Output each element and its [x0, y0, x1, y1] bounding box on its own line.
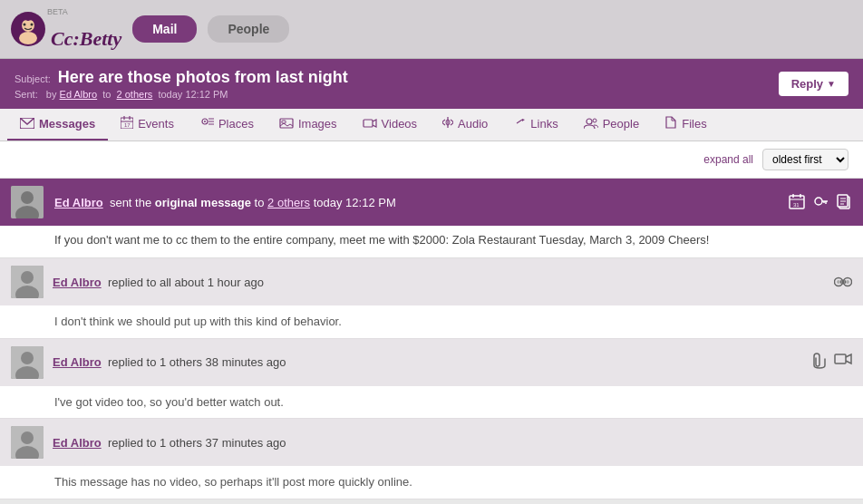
svg-rect-52 — [835, 354, 846, 363]
key-icon[interactable] — [812, 193, 829, 212]
tab-images-label: Images — [298, 117, 337, 131]
video-icon[interactable] — [834, 353, 852, 372]
messages-container: Ed Albro sent the original message to 2 … — [0, 179, 863, 499]
reply-2-body: I've got video too, so you'd better watc… — [0, 386, 863, 419]
tab-events-label: Events — [138, 117, 174, 131]
recipients-link[interactable]: 2 others — [117, 89, 153, 100]
svg-point-47 — [837, 280, 840, 284]
svg-point-50 — [21, 352, 34, 364]
beta-label: BETA — [47, 7, 68, 16]
subject-line: Subject: Here are those photos from last… — [15, 68, 348, 87]
reply-dropdown-arrow: ▼ — [827, 79, 836, 89]
svg-point-48 — [846, 280, 849, 284]
svg-marker-20 — [522, 119, 525, 121]
original-recipients-link[interactable]: 2 others — [267, 196, 310, 209]
email-meta: Subject: Here are those photos from last… — [15, 68, 348, 100]
original-sender-link[interactable]: Ed Albro — [54, 196, 103, 209]
sort-select[interactable]: oldest first newest first — [762, 149, 848, 170]
tab-people-label: People — [603, 117, 639, 131]
app-header: BETA Cc:Betty Mail People — [0, 0, 863, 59]
reply-label: Reply — [791, 77, 823, 91]
svg-point-31 — [815, 198, 822, 205]
email-header: Subject: Here are those photos from last… — [0, 59, 863, 109]
binoculars-icon[interactable] — [834, 274, 852, 291]
reply-2-summary: Ed Albro replied to 1 others 38 minutes … — [53, 355, 803, 369]
sent-label: Sent: — [15, 89, 38, 100]
tab-events[interactable]: 17 Events — [108, 109, 187, 141]
tab-images[interactable]: Images — [267, 110, 350, 141]
tab-audio[interactable]: Audio — [430, 109, 500, 141]
videos-icon — [363, 117, 377, 131]
audio-icon — [442, 116, 453, 131]
people-icon — [584, 117, 598, 131]
expand-all-link[interactable]: expand all — [703, 153, 753, 166]
svg-text:31: 31 — [793, 202, 800, 208]
original-bold: original message — [155, 196, 251, 209]
logo-icon — [11, 12, 45, 46]
reply-1-header: Ed Albro replied to all about 1 hour ago — [0, 258, 863, 305]
tab-files[interactable]: Files — [652, 109, 719, 141]
reply-3-summary: Ed Albro replied to 1 others 37 minutes … — [53, 436, 843, 450]
reply-3-header: Ed Albro replied to 1 others 37 minutes … — [0, 419, 863, 466]
svg-point-22 — [593, 119, 596, 122]
tab-videos-label: Videos — [382, 117, 418, 131]
reply-3-avatar — [11, 426, 44, 459]
calendar-icon[interactable]: 31 — [789, 193, 805, 212]
messages-icon — [20, 117, 34, 131]
tab-videos[interactable]: Videos — [350, 110, 431, 141]
reply-2-header: Ed Albro replied to 1 others 38 minutes … — [0, 339, 863, 386]
sender-avatar-original — [11, 186, 44, 218]
copy-icon[interactable] — [836, 193, 852, 212]
tab-places[interactable]: Places — [187, 110, 267, 141]
attachment-icon[interactable] — [812, 353, 827, 372]
svg-point-21 — [587, 119, 592, 124]
email-subject: Here are those photos from last night — [58, 68, 348, 87]
tab-links-label: Links — [530, 117, 558, 131]
original-message-icons: 31 — [789, 193, 852, 212]
svg-text:17: 17 — [124, 122, 131, 128]
original-message-header: Ed Albro sent the original message to 2 … — [0, 179, 863, 226]
svg-point-12 — [204, 121, 206, 122]
files-icon — [664, 116, 677, 131]
original-message-body: If you don't want me to cc them to the e… — [0, 226, 863, 258]
reply-2-avatar — [11, 346, 44, 379]
people-nav-button[interactable]: People — [208, 15, 289, 43]
sender-link[interactable]: Ed Albro — [60, 89, 98, 100]
tab-messages[interactable]: Messages — [7, 110, 108, 141]
svg-point-24 — [21, 191, 34, 204]
svg-point-54 — [21, 431, 34, 444]
logo-text: Cc:Betty — [51, 27, 121, 51]
original-message-summary: Ed Albro sent the original message to 2 … — [54, 196, 778, 209]
reply-1-sender-link[interactable]: Ed Albro — [53, 276, 102, 289]
sent-line: Sent: by Ed Albro to 2 others today 12:1… — [15, 89, 348, 100]
reply-1-body: I don't think we should put up with this… — [0, 305, 863, 338]
reply-row-2: Ed Albro replied to 1 others 38 minutes … — [0, 339, 863, 420]
reply-2-icons — [812, 353, 852, 372]
tab-files-label: Files — [682, 117, 706, 131]
tab-audio-label: Audio — [458, 117, 488, 131]
reply-1-avatar — [11, 266, 44, 298]
links-icon — [513, 117, 526, 131]
svg-rect-18 — [364, 120, 373, 127]
events-icon: 17 — [121, 116, 133, 131]
places-icon — [199, 117, 214, 131]
images-icon — [279, 117, 294, 131]
sent-by: by — [46, 89, 57, 100]
reply-3-body: This message has no video, so perhaps it… — [0, 466, 863, 499]
reply-2-sender-link[interactable]: Ed Albro — [53, 355, 102, 369]
tabs-bar: Messages 17 Events Places Images Videos … — [0, 109, 863, 141]
tab-links[interactable]: Links — [500, 110, 570, 141]
reply-button[interactable]: Reply ▼ — [779, 72, 848, 96]
subject-label: Subject: — [15, 73, 51, 84]
svg-point-2 — [19, 32, 37, 44]
tab-people[interactable]: People — [571, 110, 652, 141]
mail-nav-button[interactable]: Mail — [132, 15, 197, 43]
controls-bar: expand all oldest first newest first — [0, 141, 863, 179]
reply-row-1: Ed Albro replied to all about 1 hour ago… — [0, 258, 863, 339]
reply-row-3: Ed Albro replied to 1 others 37 minutes … — [0, 419, 863, 499]
svg-point-4 — [31, 24, 34, 26]
svg-point-3 — [24, 24, 26, 26]
svg-point-41 — [21, 271, 34, 284]
reply-3-sender-link[interactable]: Ed Albro — [53, 436, 102, 450]
logo-area: BETA Cc:Betty — [11, 7, 121, 51]
